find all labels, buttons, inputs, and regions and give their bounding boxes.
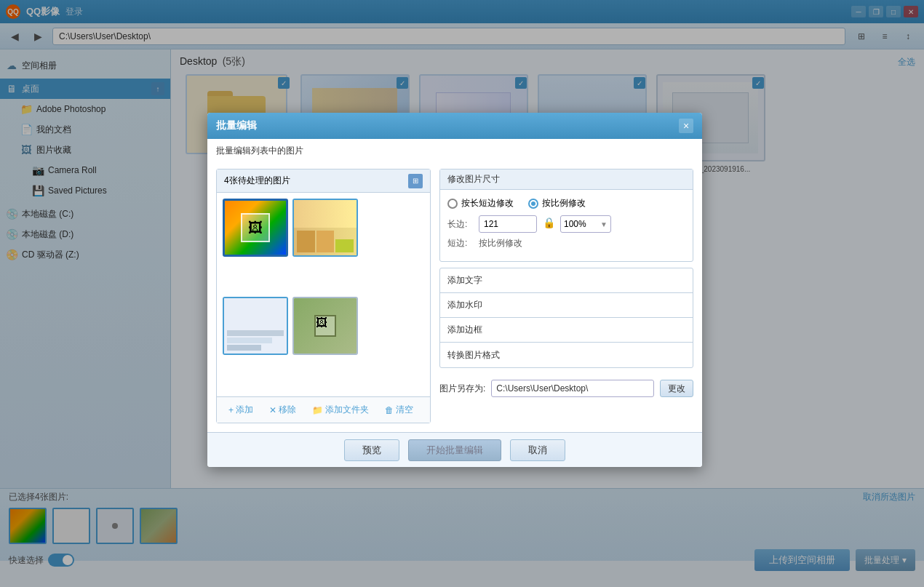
resize-radio-row: 按长短边修改 按比例修改	[447, 197, 685, 209]
long-side-field-row: 长边: 🔒 100% ▼	[447, 215, 685, 233]
image-list-footer: + 添加 ✕ 移除 📁 添加文件夹 🗑 清空	[217, 396, 430, 423]
image-list-panel: 4张待处理的图片 ⊞ 🖼	[216, 169, 431, 423]
add-watermark-label: 添加水印	[447, 299, 482, 311]
cancel-button[interactable]: 取消	[510, 439, 565, 461]
resize-section-body: 按长短边修改 按比例修改 长边: 🔒	[440, 190, 693, 261]
short-side-field-row: 短边: 按比例修改	[447, 237, 685, 249]
save-path-input[interactable]	[491, 380, 654, 397]
percent-value: 100%	[564, 219, 586, 229]
save-change-button[interactable]: 更改	[660, 380, 693, 397]
preview-button[interactable]: 预览	[344, 439, 399, 461]
image-list-header: 4张待处理的图片 ⊞	[217, 169, 430, 193]
long-side-input[interactable]	[479, 215, 537, 233]
radio-proportion-dot	[531, 201, 535, 206]
save-label: 图片另存为:	[439, 383, 485, 395]
radio-long-circle	[447, 199, 458, 209]
convert-format-label: 转换图片格式	[447, 349, 500, 362]
radio-proportion-circle	[528, 199, 538, 209]
add-icon: +	[228, 405, 234, 415]
image-thumb-1[interactable]: 🖼	[223, 199, 288, 257]
short-side-value: 按比例修改	[479, 237, 522, 249]
dialog-footer: 预览 开始批量编辑 取消	[207, 432, 702, 467]
resize-section-title: 修改图片尺寸	[440, 169, 693, 190]
lock-icon-container: 🔒	[543, 217, 554, 231]
extra-sections: 添加文字 添加水印 添加边框 转换图片格式	[439, 268, 693, 368]
radio-long-label: 按长短边修改	[461, 197, 514, 209]
convert-format-row[interactable]: 转换图片格式	[440, 343, 693, 367]
image-thumb-3[interactable]	[223, 297, 288, 355]
add-folder-button[interactable]: 📁 添加文件夹	[306, 402, 375, 419]
settings-panel: 修改图片尺寸 按长短边修改 按比例修改	[439, 169, 693, 423]
add-text-row[interactable]: 添加文字	[440, 268, 693, 293]
resize-section: 修改图片尺寸 按长短边修改 按比例修改	[439, 169, 693, 262]
radio-long-side[interactable]: 按长短边修改	[447, 197, 514, 209]
image-thumb-4[interactable]: 🖼	[292, 297, 358, 355]
dialog-subtitle: 批量编辑列表中的图片	[207, 139, 702, 160]
add-watermark-row[interactable]: 添加水印	[440, 293, 693, 318]
add-border-label: 添加边框	[447, 324, 482, 336]
radio-proportion-label: 按比例修改	[542, 197, 586, 209]
lock-icon: 🔒	[543, 217, 555, 228]
dialog-body: 4张待处理的图片 ⊞ 🖼	[207, 160, 702, 432]
dialog-title: 批量编辑	[216, 119, 257, 132]
long-side-label: 长边:	[447, 218, 473, 231]
save-path-row: 图片另存为: 更改	[439, 374, 693, 403]
add-border-row[interactable]: 添加边框	[440, 318, 693, 343]
percent-dropdown[interactable]: 100% ▼	[560, 215, 611, 233]
add-folder-icon: 📁	[312, 405, 323, 415]
clear-icon: 🗑	[385, 405, 394, 415]
remove-icon: ✕	[269, 405, 276, 415]
clear-button[interactable]: 🗑 清空	[379, 402, 419, 419]
image-count-label: 4张待处理的图片	[224, 175, 290, 187]
percent-arrow-icon: ▼	[600, 220, 608, 228]
short-side-label: 短边:	[447, 237, 473, 249]
add-text-label: 添加文字	[447, 274, 482, 287]
remove-image-button[interactable]: ✕ 移除	[263, 402, 302, 419]
start-batch-button[interactable]: 开始批量编辑	[408, 439, 501, 461]
dialog-titlebar: 批量编辑 ×	[207, 113, 702, 139]
image-list-content: 🖼	[217, 193, 430, 396]
batch-edit-dialog: 批量编辑 × 批量编辑列表中的图片 4张待处理的图片 ⊞ 🖼	[207, 113, 702, 467]
image-thumb-2[interactable]	[292, 199, 358, 257]
image-list-icon-button[interactable]: ⊞	[408, 174, 423, 188]
add-image-button[interactable]: + 添加	[223, 402, 259, 419]
radio-proportion[interactable]: 按比例修改	[528, 197, 586, 209]
dialog-close-button[interactable]: ×	[679, 119, 693, 133]
